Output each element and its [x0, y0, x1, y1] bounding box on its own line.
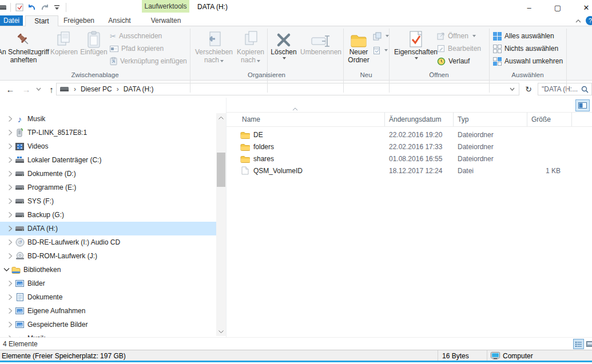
breadcrumb-this-pc[interactable]: Dieser PC: [81, 85, 112, 93]
file-row-shares[interactable]: shares 01.08.2016 16:55 Dateiordner: [227, 153, 592, 165]
new-item-button[interactable]: [373, 30, 389, 42]
column-header-type[interactable]: Typ: [454, 113, 527, 126]
move-to-button[interactable]: Verschieben nach: [193, 27, 235, 70]
sidebar-item-bibliotheken[interactable]: Bibliotheken: [0, 263, 216, 277]
recent-locations-chevron-icon[interactable]: [33, 83, 43, 95]
help-icon[interactable]: ?: [586, 16, 592, 25]
minimize-ribbon-icon[interactable]: [572, 17, 585, 25]
sidebar-item-tplink[interactable]: TP-LINK_8517E8:1: [0, 126, 216, 139]
status-bar: 4 Elemente: [0, 337, 592, 350]
select-none-button[interactable]: Nichts auswählen: [493, 42, 563, 55]
scrollbar-thumb[interactable]: [217, 153, 225, 187]
search-input[interactable]: [542, 85, 579, 94]
sidebar-item-musik[interactable]: ♪ Musik: [0, 112, 216, 126]
chevron-right-icon[interactable]: [6, 129, 14, 137]
chevron-right-icon[interactable]: [6, 115, 14, 123]
customize-qat-icon[interactable]: [51, 1, 63, 14]
large-icons-view-button[interactable]: [585, 339, 592, 349]
column-header-date[interactable]: Änderungsdatum: [385, 113, 454, 126]
new-folder-button[interactable]: Neuer Ordner: [344, 27, 373, 70]
chevron-right-icon[interactable]: [6, 197, 14, 205]
sidebar-item-videos[interactable]: Videos: [0, 139, 216, 153]
sidebar-item-musik-library[interactable]: ♪ Musik: [0, 331, 216, 337]
chevron-right-icon[interactable]: [6, 183, 14, 191]
sidebar-item-gespeicherte-bilder[interactable]: Gespeicherte Bilder: [0, 318, 216, 331]
navigation-bar: ← → ↑ › Dieser PC › DATA (H:) ↻: [0, 81, 592, 98]
refresh-icon[interactable]: ↻: [522, 83, 535, 95]
chevron-right-icon[interactable]: [6, 156, 14, 164]
tab-datei[interactable]: Datei: [0, 15, 23, 26]
address-bar[interactable]: › Dieser PC › DATA (H:): [56, 83, 519, 95]
sidebar-scrollbar[interactable]: [216, 113, 226, 336]
drive-icon: [14, 223, 25, 234]
chevron-right-icon[interactable]: [6, 142, 14, 150]
sidebar-item-drive-g[interactable]: Backup (G:): [0, 208, 216, 222]
close-button[interactable]: ✕: [572, 0, 592, 15]
minimize-button[interactable]: –: [515, 0, 543, 15]
sidebar-item-bilder[interactable]: Bilder: [0, 277, 216, 290]
copy-path-button[interactable]: Pfad kopieren: [110, 42, 187, 55]
sidebar-item-drive-f[interactable]: SYS (F:): [0, 194, 216, 208]
sidebar-item-drive-e[interactable]: Programme (E:): [0, 181, 216, 194]
rename-button[interactable]: Umbenennen: [300, 27, 342, 70]
dropdown-caret: [472, 35, 476, 37]
file-row-qsm-volumeid[interactable]: QSM_VolumeID 18.12.2017 12:24 Datei 1 KB: [227, 165, 592, 177]
search-icon[interactable]: [581, 86, 589, 93]
chevron-right-icon[interactable]: [6, 238, 14, 246]
rename-icon: [311, 27, 331, 48]
column-header-size[interactable]: Größe: [527, 113, 572, 126]
chevron-right-icon[interactable]: [6, 293, 14, 301]
chevron-right-icon[interactable]: [6, 321, 14, 329]
file-row-folders[interactable]: folders 22.02.2016 17:33 Dateiordner: [227, 141, 592, 153]
back-button[interactable]: ←: [3, 83, 17, 95]
delete-button[interactable]: Löschen: [269, 27, 299, 70]
chevron-down-icon[interactable]: [2, 266, 10, 274]
copy-to-button[interactable]: Kopieren nach: [235, 27, 267, 70]
chevron-right-icon[interactable]: [6, 225, 14, 233]
tab-freigeben[interactable]: Freigeben: [59, 15, 98, 26]
pin-to-quick-access-button[interactable]: An Schnellzugriff anheften: [0, 27, 50, 70]
column-header-name[interactable]: Name: [232, 113, 385, 126]
chevron-right-icon[interactable]: [6, 307, 14, 315]
select-all-button[interactable]: Alles auswählen: [493, 30, 563, 42]
address-dropdown-chevron-icon[interactable]: [506, 83, 518, 95]
sidebar-item-eigene-aufnahmen[interactable]: Eigene Aufnahmen: [0, 304, 216, 318]
sidebar-item-dokumente[interactable]: Dokumente: [0, 290, 216, 304]
chevron-right-icon[interactable]: [6, 170, 14, 178]
scroll-up-icon[interactable]: [216, 113, 226, 122]
undo-icon[interactable]: [26, 1, 38, 14]
tab-verwalten[interactable]: Verwalten: [143, 15, 189, 26]
details-view-button[interactable]: [573, 339, 584, 349]
scroll-down-icon[interactable]: [216, 327, 226, 336]
paste-button[interactable]: Einfügen: [79, 27, 109, 70]
search-box[interactable]: [538, 83, 592, 95]
file-row-de[interactable]: DE 22.02.2016 19:20 Dateiordner: [227, 129, 592, 141]
statusbar-separator: [438, 350, 438, 361]
history-button[interactable]: Verlauf: [437, 55, 481, 67]
properties-check-icon[interactable]: [13, 1, 26, 14]
chevron-right-icon[interactable]: [6, 252, 14, 260]
redo-icon[interactable]: [38, 1, 51, 14]
copy-button[interactable]: Kopieren: [49, 27, 79, 70]
maximize-button[interactable]: ▢: [543, 0, 572, 15]
chevron-right-icon[interactable]: [6, 211, 14, 219]
tab-ansicht[interactable]: Ansicht: [102, 15, 137, 26]
preview-pane-toggle-button[interactable]: [575, 99, 590, 111]
sidebar-item-bdrom[interactable]: BD-ROM-Laufwerk (J:): [0, 249, 216, 263]
sidebar-item-drive-c[interactable]: Lokaler Datenträger (C:): [0, 153, 216, 167]
cut-button[interactable]: ✂ Ausschneiden: [110, 30, 187, 42]
sidebar-item-bdre[interactable]: ♪ BD-RE-Laufwerk (I:) Audio CD: [0, 235, 216, 249]
forward-button[interactable]: →: [19, 83, 33, 95]
tab-start[interactable]: Start: [25, 15, 58, 26]
chevron-right-icon[interactable]: [6, 279, 14, 287]
sidebar-item-drive-h-selected[interactable]: DATA (H:): [0, 222, 216, 235]
paste-shortcut-button[interactable]: Verknüpfung einfügen: [110, 55, 187, 67]
edit-button[interactable]: Bearbeiten: [437, 42, 481, 55]
sidebar-item-drive-d[interactable]: Dokumente (D:): [0, 167, 216, 181]
select-all-icon: [493, 32, 502, 41]
properties-button[interactable]: Eigenschaften: [396, 27, 436, 70]
breadcrumb-data-h[interactable]: DATA (H:): [124, 85, 154, 93]
invert-selection-button[interactable]: Auswahl umkehren: [493, 55, 563, 67]
open-button[interactable]: Öffnen: [437, 30, 481, 42]
easy-access-button[interactable]: [373, 44, 389, 57]
